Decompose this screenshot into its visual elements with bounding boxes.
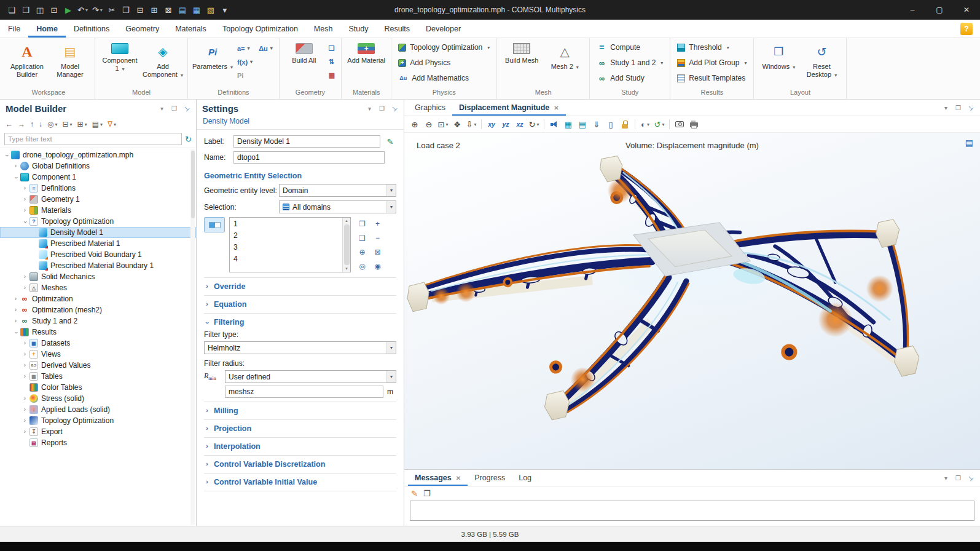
minimize-button[interactable]: – <box>899 0 926 20</box>
section-equation[interactable]: ›Equation <box>204 295 396 313</box>
tree-item-prescribed-material-1[interactable]: Prescribed Material 1 <box>0 238 196 249</box>
menu-tab-topology-optimization[interactable]: Topology Optimization <box>214 20 306 38</box>
chevron-collapsed-icon[interactable]: › <box>12 307 20 313</box>
zoom-to-selection-icon[interactable]: ◎ <box>355 260 369 272</box>
add-component-button[interactable]: Add Component ▾ <box>143 40 183 79</box>
menu-tab-results[interactable]: Results <box>376 20 418 38</box>
chevron-expanded-icon[interactable]: › <box>13 174 19 182</box>
save-icon[interactable]: ◫ <box>33 2 47 17</box>
chevron-collapsed-icon[interactable]: › <box>21 285 29 291</box>
new-file-icon[interactable]: ❏ <box>5 2 18 17</box>
panel-float-icon[interactable]: ❐ <box>954 475 962 482</box>
image-snapshot-icon[interactable] <box>673 117 686 131</box>
tree-item-prescribed-material-boundary-1[interactable]: Prescribed Material Boundary 1 <box>0 260 196 271</box>
move-down-icon[interactable]: ↓ <box>37 118 44 130</box>
chevron-expanded-icon[interactable]: › <box>13 329 19 337</box>
tree-item-drone-topology-optimization-mph[interactable]: ›drone_topology_optimization.mph <box>0 149 196 161</box>
selection-list-item[interactable]: 3 <box>230 241 350 253</box>
panel-options-icon[interactable]: ▾ <box>942 475 950 482</box>
chevron-collapsed-icon[interactable]: › <box>21 185 29 191</box>
redo-icon[interactable]: ↷▾ <box>90 2 104 17</box>
import-button[interactable]: ❏ <box>327 42 337 54</box>
section-control-variable-discretization[interactable]: ›Control Variable Discretization <box>204 455 396 473</box>
update-plot-icon[interactable]: ↺▾ <box>653 117 666 131</box>
menu-tab-home[interactable]: Home <box>28 20 66 38</box>
build-mesh-button[interactable]: Build Mesh <box>501 40 542 65</box>
filter-type-dropdown[interactable]: Helmholtz <box>204 341 396 354</box>
tree-item-applied-loads-solid[interactable]: ›Applied Loads (solid) <box>0 404 196 415</box>
tree-item-optimization-mesh2[interactable]: ›Optimization (mesh2) <box>0 304 196 315</box>
show-in-graphics-icon[interactable]: ◉ <box>370 260 385 272</box>
print-icon[interactable] <box>687 117 700 131</box>
label-field[interactable] <box>233 135 380 148</box>
result-templates-button[interactable]: Result Templates <box>675 71 749 85</box>
messages-tab-progress[interactable]: Progress <box>468 470 512 486</box>
graphics-canvas[interactable]: Load case 2 Volume: Displacement magnitu… <box>404 133 980 469</box>
parameters-button[interactable]: Parameters ▾ <box>192 40 233 72</box>
add-plot-group-button[interactable]: Add Plot Group▾ <box>675 55 749 70</box>
add-to-selection-icon[interactable]: + <box>370 217 385 230</box>
back-icon[interactable]: ← <box>4 118 15 130</box>
delete-icon[interactable]: ⊠ <box>162 2 175 17</box>
forward-icon[interactable]: → <box>16 118 27 130</box>
rotate-view-icon[interactable]: ↻▾ <box>527 117 541 131</box>
name-field[interactable] <box>233 151 385 164</box>
preview-icon[interactable]: ⊡ <box>47 2 61 17</box>
customize-toolbar-icon[interactable]: ▾ <box>218 2 232 17</box>
zoom-out-icon[interactable]: ⊖ <box>422 117 436 131</box>
tree-item-topology-optimization[interactable]: ›Topology Optimization <box>0 216 196 227</box>
tree-item-meshes[interactable]: ›Meshes <box>0 282 196 293</box>
tree-item-prescribed-void-boundary-1[interactable]: Prescribed Void Boundary 1 <box>0 249 196 260</box>
panel-pin-icon[interactable]: ⊤ <box>181 103 192 114</box>
cut-icon[interactable]: ✂ <box>105 2 119 17</box>
tree-item-component-1[interactable]: ›Component 1 <box>0 172 196 183</box>
graphics-tab-displacement-magnitude[interactable]: Displacement Magnitude✕ <box>452 100 566 116</box>
node-grouping-icon[interactable]: ▤▾ <box>90 118 104 130</box>
move-up-icon[interactable]: ↑ <box>28 118 36 130</box>
tree-item-derived-values[interactable]: ›Derived Values <box>0 360 196 371</box>
section-control-variable-initial-value[interactable]: ›Control Variable Initial Value <box>204 473 396 491</box>
copy-log-icon[interactable]: ❐ <box>423 489 431 498</box>
graphics-tab-graphics[interactable]: Graphics <box>408 100 452 116</box>
menu-tab-study[interactable]: Study <box>340 20 376 38</box>
selection-list-item[interactable]: 4 <box>230 253 350 264</box>
chevron-collapsed-icon[interactable]: › <box>21 196 29 202</box>
livelink-button[interactable]: ⇅ <box>327 56 337 68</box>
parameter-case-button[interactable]: Pi <box>235 69 254 81</box>
messages-tab-messages[interactable]: Messages✕ <box>408 470 468 486</box>
close-icon[interactable]: ✕ <box>554 105 559 111</box>
chevron-collapsed-icon[interactable]: › <box>21 373 29 379</box>
zoom-extents-icon[interactable]: ❖ <box>450 117 464 131</box>
view-yz-icon[interactable]: yz <box>499 117 512 131</box>
chevron-collapsed-icon[interactable]: › <box>21 418 29 424</box>
filter-icon[interactable]: ∇▾ <box>106 118 118 130</box>
panel-float-icon[interactable]: ❐ <box>378 105 386 112</box>
selection-list-item[interactable]: 1 <box>230 218 350 229</box>
tree-item-color-tables[interactable]: Color Tables <box>0 382 196 393</box>
tree-item-density-model-1[interactable]: Density Model 1 <box>0 227 196 238</box>
tree-item-definitions[interactable]: ›Definitions <box>0 183 196 194</box>
close-button[interactable]: ✕ <box>953 0 980 20</box>
help-button[interactable]: ? <box>960 23 973 35</box>
section-milling[interactable]: ›Milling <box>204 402 396 419</box>
insert-icon[interactable]: ⊞ <box>147 2 161 17</box>
section-filtering[interactable]: › Filtering <box>204 313 396 329</box>
tree-item-reports[interactable]: Reports <box>0 437 196 448</box>
functions-button[interactable]: f(x)▾ <box>235 56 254 68</box>
windows-button[interactable]: Windows ▾ <box>758 40 799 72</box>
add-material-button[interactable]: Add Material <box>346 40 386 65</box>
copy-icon[interactable]: ❐ <box>119 2 133 17</box>
zoom-in-icon[interactable]: ⊕ <box>408 117 421 131</box>
collapse-all-icon[interactable]: ⊟▾ <box>61 118 74 130</box>
matrix-icon[interactable]: ▦ <box>190 2 203 17</box>
build-all-button[interactable]: Build All <box>284 40 324 65</box>
chevron-collapsed-icon[interactable]: › <box>21 207 29 213</box>
go-to-view-icon[interactable]: ⇩▾ <box>465 117 478 131</box>
clear-log-icon[interactable]: ✎ <box>411 489 418 498</box>
section-override[interactable]: ›Override <box>204 277 396 295</box>
tree-item-tables[interactable]: ›Tables <box>0 371 196 382</box>
panel-float-icon[interactable]: ❐ <box>954 105 962 111</box>
drone-topology-3d-plot[interactable] <box>404 133 980 469</box>
tree-item-stress-solid[interactable]: ›Stress (solid) <box>0 393 196 404</box>
selection-list-item[interactable]: 2 <box>230 229 350 241</box>
